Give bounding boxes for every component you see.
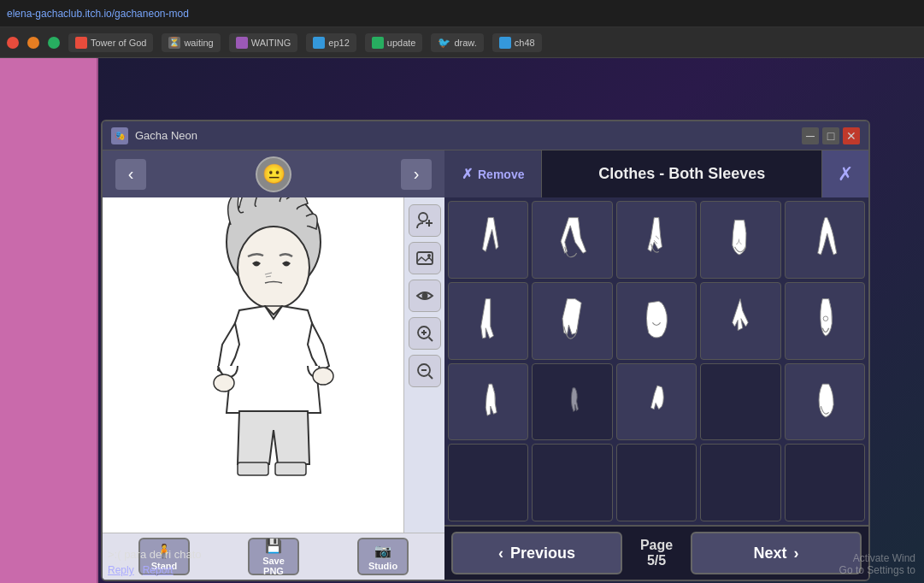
taskbar: elena-gachaclub.itch.io/gachaneon-mod: [0, 0, 924, 27]
next-icon: ›: [794, 545, 799, 562]
svg-point-4: [313, 368, 333, 385]
browser-maximize[interactable]: [48, 37, 60, 49]
main-window: 🎭 Gacha Neon ─ □ ✕ ‹ 😐 ›: [101, 120, 870, 581]
eye-button[interactable]: [409, 280, 441, 312]
svg-point-11: [427, 254, 431, 257]
item-9[interactable]: [700, 282, 780, 360]
remove-label: Remove: [478, 168, 524, 181]
tab-waiting2[interactable]: WAITING: [229, 33, 298, 52]
remove-button[interactable]: ✗ Remove: [444, 150, 542, 197]
category-title: Clothes - Both Sleeves: [542, 165, 821, 183]
item-15[interactable]: [785, 363, 865, 441]
item-20[interactable]: [785, 444, 865, 521]
category-header: ✗ Remove Clothes - Both Sleeves ✗: [444, 150, 868, 197]
tab-icon-waiting2: [236, 37, 248, 49]
tab-icon-ep12: [313, 37, 325, 49]
tab-icon-tower: [75, 37, 87, 49]
browser-minimize[interactable]: [27, 37, 39, 49]
left-sidebar: [0, 58, 98, 583]
report-link[interactable]: Report: [143, 564, 174, 576]
item-5[interactable]: [785, 201, 865, 279]
svg-point-7: [419, 213, 427, 221]
item-16[interactable]: [448, 444, 528, 521]
tab-icon-update: [372, 37, 384, 49]
tab-label-ch48: ch48: [515, 38, 535, 48]
item-13[interactable]: [616, 363, 697, 441]
comment-links: Reply Report: [108, 564, 521, 576]
remove-icon: ✗: [462, 166, 473, 182]
item-10[interactable]: [785, 282, 865, 360]
item-7[interactable]: [532, 282, 612, 360]
zoom-in-button[interactable]: [409, 317, 441, 350]
items-panel: ✗ Remove Clothes - Both Sleeves ✗: [444, 150, 868, 580]
comment-area: >:( para de ri chato Reply Report: [101, 541, 528, 583]
svg-rect-5: [238, 462, 268, 475]
comment-text: >:( para de ri chato: [108, 548, 521, 561]
char-panel: ‹ 😐 ›: [103, 150, 444, 580]
svg-text:人: 人: [737, 238, 743, 245]
items-grid: 人: [444, 197, 868, 525]
tab-label-draw: draw.: [454, 38, 476, 48]
item-1[interactable]: [448, 201, 528, 279]
watermark: Activate Wind Go to Settings to: [839, 552, 915, 576]
tab-icon-ch48: [499, 37, 511, 49]
tab-icon-waiting: ⏳: [168, 37, 180, 49]
tab-draw[interactable]: 🐦 draw.: [431, 33, 483, 52]
item-17[interactable]: [532, 444, 612, 521]
tab-label-tower: Tower of God: [91, 38, 146, 48]
item-2[interactable]: [532, 201, 612, 279]
tab-tower-of-god[interactable]: Tower of God: [68, 33, 153, 52]
next-label: Next: [753, 545, 786, 562]
svg-rect-6: [275, 462, 306, 475]
item-4[interactable]: 人: [700, 201, 780, 279]
watermark-line1: Activate Wind: [839, 552, 915, 564]
item-11[interactable]: [448, 363, 528, 441]
next-char-button[interactable]: ›: [401, 159, 432, 190]
close-cat-icon: ✗: [838, 163, 853, 186]
next-button[interactable]: Next ›: [691, 532, 862, 574]
page-label: Page: [622, 538, 691, 553]
tab-label-waiting2: WAITING: [251, 38, 291, 48]
char-figure: [180, 197, 368, 481]
window-icon: 🎭: [111, 127, 128, 144]
window-controls: ─ □ ✕: [802, 127, 860, 144]
char-avatar: 😐: [256, 156, 291, 192]
add-character-button[interactable]: [409, 204, 441, 237]
close-button[interactable]: ✕: [843, 127, 860, 144]
item-8[interactable]: [616, 282, 697, 360]
item-14[interactable]: [700, 363, 780, 441]
tab-update[interactable]: update: [365, 33, 423, 52]
desktop: 🎭 Gacha Neon ─ □ ✕ ‹ 😐 ›: [0, 58, 924, 583]
svg-point-1: [238, 227, 309, 309]
gallery-button[interactable]: [409, 242, 441, 274]
char-nav: ‹ 😐 ›: [103, 150, 444, 197]
reply-link[interactable]: Reply: [108, 564, 134, 576]
item-3[interactable]: [616, 201, 697, 279]
item-18[interactable]: [616, 444, 697, 521]
window-content: ‹ 😐 ›: [103, 150, 868, 580]
svg-point-3: [214, 374, 234, 392]
browser-close[interactable]: [7, 37, 19, 49]
item-12[interactable]: [532, 363, 612, 441]
minimize-button[interactable]: ─: [802, 127, 819, 144]
tab-ep12[interactable]: ep12: [306, 33, 356, 52]
item-6[interactable]: [448, 282, 528, 360]
prev-char-button[interactable]: ‹: [115, 159, 146, 190]
page-number: 5/5: [622, 553, 691, 568]
tab-label-update: update: [387, 38, 416, 48]
svg-line-18: [428, 375, 433, 380]
char-display: [103, 197, 444, 533]
svg-line-14: [428, 338, 433, 342]
tab-label-ep12: ep12: [328, 38, 349, 48]
tab-waiting[interactable]: ⏳ waiting: [162, 33, 220, 52]
close-category-button[interactable]: ✗: [821, 150, 868, 197]
restore-button[interactable]: □: [822, 127, 839, 144]
tools-panel: [403, 197, 444, 533]
window-titlebar: 🎭 Gacha Neon ─ □ ✕: [103, 121, 868, 150]
zoom-out-button[interactable]: [409, 355, 441, 387]
browser-bar: Tower of God ⏳ waiting WAITING ep12 upda…: [0, 27, 924, 58]
browser-url: elena-gachaclub.itch.io/gachaneon-mod: [7, 8, 189, 20]
tab-ch48[interactable]: ch48: [492, 33, 542, 52]
item-19[interactable]: [700, 444, 780, 521]
tab-icon-draw: 🐦: [438, 37, 450, 49]
